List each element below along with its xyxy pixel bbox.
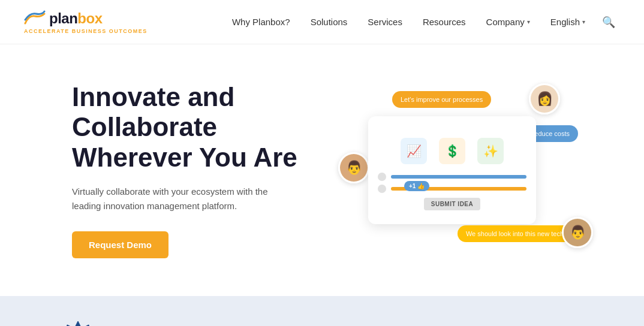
chat-bubble-3: We should look into this new tech bbox=[458, 225, 572, 242]
chevron-down-icon: ▾ bbox=[582, 19, 585, 25]
like-badge: +1 👍 bbox=[404, 181, 429, 191]
hero-illustration: Let's improve our processes 👩 I have an … bbox=[320, 80, 596, 260]
nav-services[interactable]: Services bbox=[359, 12, 411, 32]
logo-icon bbox=[24, 10, 46, 27]
nav-why-planbox[interactable]: Why Planbox? bbox=[224, 12, 299, 32]
logo-text: planbox bbox=[49, 10, 103, 27]
logo-tagline: ACCELERATE BUSINESS OUTCOMES bbox=[24, 28, 148, 34]
main-nav: Why Planbox? Solutions Services Resource… bbox=[224, 11, 620, 34]
nav-language[interactable]: English ▾ bbox=[542, 12, 594, 32]
hero-subtitle: Virtually collaborate with your ecosyste… bbox=[72, 185, 288, 213]
nav-resources[interactable]: Resources bbox=[414, 12, 474, 32]
bottom-section: THE BEST INNOVATION SOFTWARE Q4 2023 Ven… bbox=[0, 296, 644, 326]
hero-section: Innovate and Collaborate Wherever You Ar… bbox=[0, 44, 644, 296]
card-row-1 bbox=[378, 173, 526, 181]
avatar-face-2: 👨 bbox=[340, 154, 368, 182]
badge-image: THE BEST INNOVATION SOFTWARE bbox=[48, 320, 108, 326]
chat-bubble-1: Let's improve our processes bbox=[392, 91, 491, 108]
card-rows bbox=[378, 173, 526, 193]
avatar-face-3: 👨 bbox=[564, 219, 591, 246]
card-icons: 📈 💲 ✨ bbox=[378, 138, 526, 164]
submit-idea-label: SUBMIT IDEA bbox=[424, 198, 481, 210]
request-demo-button[interactable]: Request Demo bbox=[72, 231, 168, 258]
avatar-2: 👨 bbox=[338, 152, 369, 183]
avatar-3: 👨 bbox=[562, 217, 593, 248]
header: planbox ACCELERATE BUSINESS OUTCOMES Why… bbox=[0, 0, 644, 44]
hero-title: Innovate and Collaborate Wherever You Ar… bbox=[72, 82, 320, 173]
bar-blue bbox=[391, 175, 526, 179]
card-row-2 bbox=[378, 185, 526, 193]
search-icon[interactable]: 🔍 bbox=[597, 11, 620, 34]
avatar-1: 👩 bbox=[529, 83, 560, 114]
svg-marker-0 bbox=[48, 321, 108, 326]
hero-content: Innovate and Collaborate Wherever You Ar… bbox=[72, 82, 320, 259]
nav-solutions[interactable]: Solutions bbox=[302, 12, 356, 32]
star-icon: ✨ bbox=[477, 138, 504, 164]
nav-company[interactable]: Company ▾ bbox=[478, 12, 538, 32]
logo[interactable]: planbox ACCELERATE BUSINESS OUTCOMES bbox=[24, 10, 148, 34]
avatar-face-1: 👩 bbox=[531, 85, 558, 113]
center-card: 📈 💲 ✨ SUBMIT IDEA bbox=[368, 116, 536, 224]
dollar-icon: 💲 bbox=[439, 138, 465, 164]
chart-icon: 📈 bbox=[401, 138, 427, 164]
chevron-down-icon: ▾ bbox=[527, 19, 530, 25]
